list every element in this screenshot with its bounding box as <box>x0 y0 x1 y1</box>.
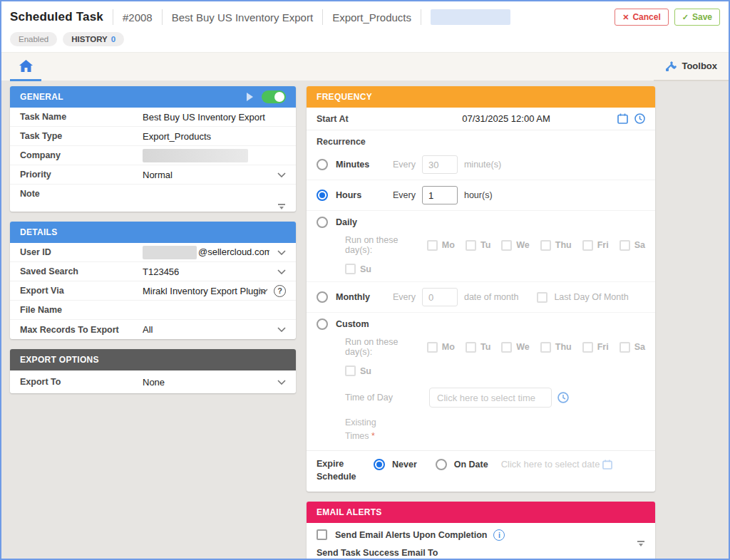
daily-label: Daily <box>336 217 393 227</box>
expire-never-radio[interactable] <box>374 459 385 470</box>
divider <box>421 9 421 25</box>
clock-icon[interactable] <box>557 392 569 403</box>
recurrence-hours-row: Hours Every hour(s) <box>307 180 655 211</box>
custom-label: Custom <box>336 319 393 329</box>
daily-we-checkbox[interactable] <box>501 240 512 251</box>
daily-fri-checkbox[interactable] <box>582 240 593 251</box>
minutes-label: Minutes <box>336 160 393 170</box>
hours-radio[interactable] <box>317 190 328 201</box>
field-export-to[interactable]: Export To None <box>10 370 296 393</box>
chevron-down-icon[interactable] <box>259 289 268 294</box>
help-icon[interactable]: ? <box>274 285 286 297</box>
hours-input[interactable] <box>422 186 458 204</box>
priority-value[interactable]: Normal <box>143 170 269 180</box>
field-max-records[interactable]: Max Records To Export All <box>10 320 296 339</box>
minutes-input[interactable] <box>422 155 458 174</box>
details-panel-title: DETAILS <box>20 227 58 237</box>
custom-fri-checkbox[interactable] <box>582 342 593 353</box>
task-id: #2008 <box>123 11 153 24</box>
recurrence-daily-row: Daily <box>307 211 655 234</box>
run-now-icon[interactable] <box>247 93 253 101</box>
custom-mo-checkbox[interactable] <box>427 342 438 353</box>
monthly-date-input[interactable] <box>422 288 458 306</box>
field-start-at: Start At 07/31/2025 12:00 AM <box>307 108 655 130</box>
custom-tu-checkbox[interactable] <box>466 342 476 353</box>
chevron-down-icon[interactable] <box>277 380 286 385</box>
general-panel-title: GENERAL <box>20 92 63 102</box>
field-company: Company <box>10 146 296 165</box>
field-file-name[interactable]: File Name <box>10 301 296 320</box>
custom-radio[interactable] <box>317 318 328 330</box>
toolbox-icon <box>665 61 677 72</box>
success-email-field[interactable]: Send Task Success Email To (Separate By … <box>307 544 655 560</box>
history-badge[interactable]: HISTORY 0 <box>63 32 124 46</box>
daily-mo-checkbox[interactable] <box>427 240 438 251</box>
monthly-radio[interactable] <box>317 291 328 303</box>
expire-schedule-row: Expire Schedule Never On Date Click here… <box>307 451 655 492</box>
save-button[interactable]: ✓Save <box>674 9 720 26</box>
user-id-value[interactable]: @sellercloud.com <box>143 246 269 259</box>
expire-date-picker[interactable]: Click here to select date <box>501 459 613 470</box>
recurrence-custom-row: Custom <box>307 313 655 336</box>
calendar-icon[interactable] <box>617 113 628 124</box>
recurrence-monthly-row: Monthly Every date of month Last Day Of … <box>307 282 655 313</box>
field-user-id[interactable]: User ID @sellercloud.com <box>10 243 296 262</box>
export-options-panel: EXPORT OPTIONS Export To None <box>10 349 296 393</box>
start-at-value[interactable]: 07/31/2025 12:00 AM <box>395 113 617 124</box>
daily-thu-checkbox[interactable] <box>540 240 551 251</box>
redacted-user-value <box>143 246 197 259</box>
divider <box>113 9 113 25</box>
send-alerts-checkbox[interactable] <box>317 529 327 540</box>
daily-sa-checkbox[interactable] <box>620 240 630 251</box>
custom-thu-checkbox[interactable] <box>540 342 551 353</box>
enabled-badge: Enabled <box>10 32 57 46</box>
home-icon <box>19 60 33 72</box>
field-priority[interactable]: Priority Normal <box>10 165 296 185</box>
custom-we-checkbox[interactable] <box>501 342 512 353</box>
email-alerts-panel: EMAIL ALERTS Send Email Alerts Upon Comp… <box>307 502 655 560</box>
last-day-checkbox[interactable] <box>537 292 548 303</box>
time-of-day-input[interactable] <box>429 388 552 408</box>
time-of-day-label: Time of Day <box>345 393 429 403</box>
expire-on-date-radio[interactable] <box>436 459 447 470</box>
recurrence-minutes-row: Minutes Every minute(s) <box>307 150 655 180</box>
email-alerts-title: EMAIL ALERTS <box>317 507 382 517</box>
saved-search-value[interactable]: T123456 <box>143 266 269 277</box>
chevron-down-icon[interactable] <box>277 327 286 332</box>
chevron-down-icon[interactable] <box>277 269 286 274</box>
export-via-value[interactable]: Mirakl Inventory Export Plugin [v1.1.0] <box>143 286 267 296</box>
calendar-icon <box>602 460 612 470</box>
toolbox-button[interactable]: Toolbox <box>654 53 729 81</box>
recurrence-label: Recurrence <box>307 130 655 150</box>
field-export-via[interactable]: Export Via Mirakl Inventory Export Plugi… <box>10 281 296 301</box>
clock-icon[interactable] <box>634 113 645 124</box>
required-asterisk: * <box>371 431 375 441</box>
tab-bar: Toolbox <box>1 52 729 81</box>
time-of-day-row: Time of Day <box>307 383 655 412</box>
resize-handle-icon[interactable] <box>277 204 286 209</box>
custom-sa-checkbox[interactable] <box>620 342 630 353</box>
export-to-value[interactable]: None <box>143 377 269 388</box>
field-saved-search[interactable]: Saved Search T123456 <box>10 262 296 281</box>
daily-su-checkbox[interactable] <box>345 264 356 274</box>
tab-home[interactable] <box>10 53 41 81</box>
divider <box>322 9 323 25</box>
frequency-panel-title: FREQUENCY <box>317 92 372 102</box>
daily-radio[interactable] <box>317 217 328 228</box>
send-alerts-row: Send Email Alerts Upon Completion i <box>307 523 655 544</box>
minutes-radio[interactable] <box>317 159 328 170</box>
task-type-crumb: Export_Products <box>332 11 411 24</box>
chevron-down-icon[interactable] <box>277 250 286 255</box>
monthly-label: Monthly <box>336 292 393 302</box>
daily-tu-checkbox[interactable] <box>466 240 476 251</box>
cancel-button[interactable]: ✕Cancel <box>615 9 669 26</box>
custom-su-checkbox[interactable] <box>345 365 356 376</box>
max-records-value[interactable]: All <box>143 324 269 335</box>
enabled-toggle[interactable] <box>262 90 286 103</box>
chevron-down-icon[interactable] <box>277 172 286 177</box>
expire-schedule-label: Expire Schedule <box>317 457 365 483</box>
history-count: 0 <box>111 35 115 43</box>
info-icon[interactable]: i <box>493 529 505 541</box>
field-note[interactable]: Note <box>10 185 296 212</box>
task-name-value[interactable]: Best Buy US Inventory Export <box>143 112 269 123</box>
